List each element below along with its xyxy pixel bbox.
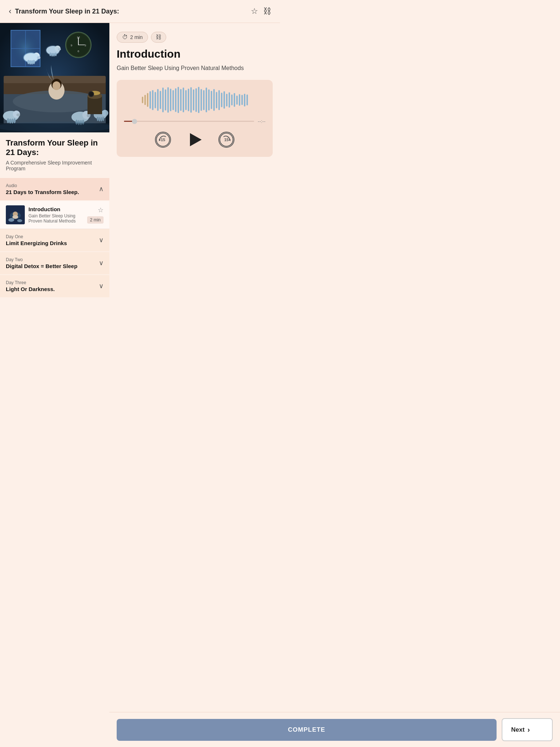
accordion-labels: Audio 21 Days to Transform Sleep. (6, 183, 79, 195)
svg-point-59 (99, 117, 101, 121)
lesson-thumbnail (6, 205, 25, 224)
lesson-star-icon[interactable]: ☆ (98, 206, 104, 214)
waveform-bar (162, 88, 164, 112)
time-display: --:-- (258, 119, 265, 124)
bookmark-button[interactable]: ☆ (251, 7, 258, 16)
duration-text: 2 min (130, 34, 143, 40)
accordion-labels: Day Two Digital Detox = Better Sleep (6, 257, 77, 269)
forward-button[interactable]: 15 (218, 132, 234, 148)
accordion-item-day1[interactable]: Day One Limit Energizing Drinks ∨ (0, 229, 109, 251)
svg-text:6: 6 (78, 50, 79, 53)
back-button[interactable]: ‹ (9, 7, 11, 16)
waveform-bar (208, 89, 210, 111)
waveform-bar (216, 92, 217, 108)
waveform-bar (206, 88, 207, 112)
progress-thumb[interactable] (132, 119, 137, 124)
accordion-item-day3[interactable]: Day Three Light Or Darkness. ∨ (0, 275, 109, 297)
accordion-small-label-day3: Day Three (6, 280, 55, 285)
rewind-button[interactable]: 15 (155, 132, 171, 148)
waveform-bar (175, 88, 176, 112)
chevron-up-icon: ∧ (99, 185, 104, 193)
accordion-labels: Day One Limit Energizing Drinks (6, 234, 67, 246)
waveform-bar (160, 91, 161, 109)
waveform-bar (157, 89, 159, 111)
chevron-down-icon-day3: ∨ (99, 282, 104, 290)
chevron-down-icon-day1: ∨ (99, 236, 104, 244)
lesson-info: Introduction Gain Better Sleep Using Pro… (28, 206, 83, 224)
svg-point-66 (89, 92, 93, 96)
waveform-bar (142, 97, 143, 103)
header-title: Transform Your Sleep in 21 Days: (15, 8, 119, 15)
waveform-bar (244, 94, 245, 107)
svg-text:3: 3 (85, 44, 86, 47)
svg-point-72 (12, 215, 18, 219)
waveform-bar (147, 93, 148, 107)
waveform-bar (185, 90, 187, 110)
accordion-big-label-day1: Limit Energizing Drinks (6, 240, 67, 246)
svg-point-45 (9, 119, 11, 124)
svg-point-58 (97, 117, 99, 121)
duration-badge-main: ⏱ 2 min (117, 32, 148, 43)
progress-row: --:-- (124, 119, 265, 124)
header-left: ‹ Transform Your Sleep in 21 Days: (9, 7, 119, 16)
audio-player: --:-- 15 (117, 80, 273, 157)
course-title-section: Transform Your Sleep in 21 Days: A Compr… (0, 132, 109, 174)
share-button[interactable]: ⛓ (263, 7, 271, 16)
accordion-labels: Day Three Light Or Darkness. (6, 280, 55, 292)
right-column: ⏱ 2 min ⛓ Introduction Gain Better Sleep… (109, 23, 280, 298)
accordion-section: Audio 21 Days to Transform Sleep. ∧ (0, 178, 109, 297)
svg-point-55 (87, 114, 90, 117)
duration-badge: 2 min (87, 216, 104, 224)
lesson-heading: Introduction (117, 48, 273, 60)
waveform-bar (234, 93, 235, 107)
waveform-bar (213, 89, 215, 111)
play-button[interactable] (186, 131, 204, 149)
header-icons: ☆ ⛓ (251, 7, 271, 16)
svg-point-46 (11, 119, 13, 124)
waveform-bar (183, 88, 184, 112)
svg-point-68 (0, 121, 109, 132)
waveform-bar (239, 94, 240, 106)
svg-text:15: 15 (161, 138, 165, 142)
accordion-big-label: 21 Days to Transform Sleep. (6, 189, 79, 195)
hero-image: 12 6 9 3 (0, 23, 109, 132)
lesson-description: Gain Better Sleep Using Proven Natural M… (117, 64, 273, 73)
right-col-inner: ⏱ 2 min ⛓ Introduction Gain Better Sleep… (117, 32, 273, 193)
waveform-bar (165, 89, 166, 111)
accordion-small-label-day1: Day One (6, 234, 67, 239)
svg-point-57 (102, 110, 108, 116)
course-subtitle: A Comprehensive Sleep Improvement Progra… (6, 160, 104, 171)
waveform-bar (236, 96, 238, 105)
meta-badges: ⏱ 2 min ⛓ (117, 32, 273, 43)
waveform-bar (218, 90, 220, 110)
waveform-bar (195, 88, 197, 112)
svg-point-74 (17, 219, 22, 222)
lesson-item-intro[interactable]: Introduction Gain Better Sleep Using Pro… (0, 201, 109, 229)
link-badge-button[interactable]: ⛓ (151, 32, 166, 43)
accordion-item-day2[interactable]: Day Two Digital Detox = Better Sleep ∨ (0, 252, 109, 274)
lesson-desc: Gain Better Sleep Using Proven Natural M… (28, 213, 83, 224)
progress-track[interactable] (124, 121, 254, 122)
svg-text:15: 15 (224, 138, 229, 142)
waveform-bar (193, 89, 194, 111)
svg-text:9: 9 (71, 44, 73, 47)
clock-icon: ⏱ (122, 34, 128, 40)
player-controls: 15 15 (124, 131, 265, 149)
waveform-bar (241, 95, 243, 105)
waveform-bar (198, 87, 199, 113)
left-column: 12 6 9 3 (0, 23, 109, 298)
svg-point-33 (23, 52, 39, 63)
chevron-down-icon-day2: ∨ (99, 259, 104, 267)
accordion-small-label-day2: Day Two (6, 257, 77, 262)
waveform-bar (231, 94, 233, 105)
waveform-bar (167, 87, 169, 113)
waveform-bar (246, 94, 248, 105)
lesson-title: Introduction (28, 206, 83, 212)
accordion-big-label-day2: Digital Detox = Better Sleep (6, 263, 77, 269)
accordion-item-audio[interactable]: Audio 21 Days to Transform Sleep. ∧ (0, 178, 109, 200)
svg-point-48 (16, 113, 20, 116)
waveform-bar (170, 89, 171, 111)
course-main-title: Transform Your Sleep in 21 Days: (6, 138, 104, 158)
waveform-bar (155, 92, 156, 108)
waveform-bar (223, 91, 225, 109)
